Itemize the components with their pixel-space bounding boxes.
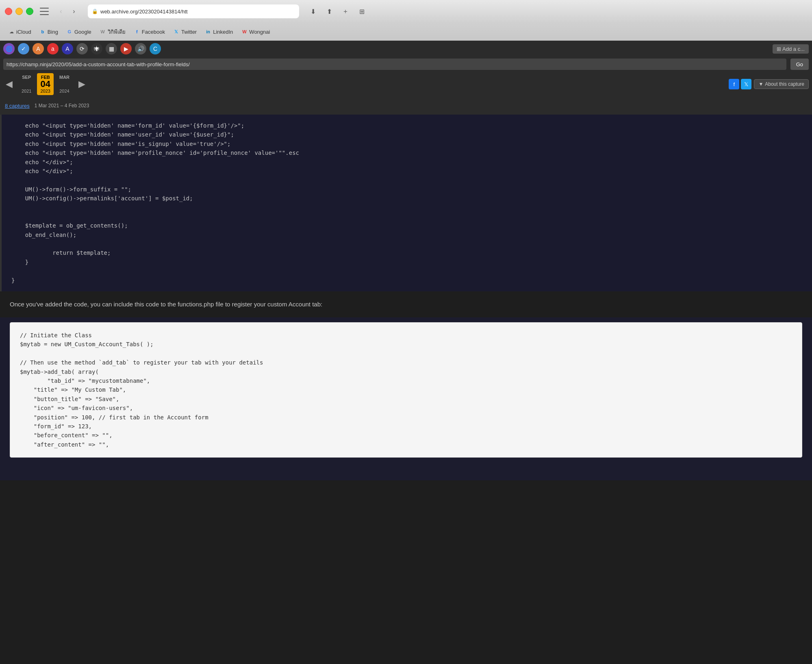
code-content-2: // Initiate the Class $mytab = new UM_Cu… [20,331,792,449]
prose-section: Once you've added the code, you can incl… [0,291,812,317]
tab-overview-icon[interactable]: ⊞ [356,6,367,17]
captures-date-range: 1 Mar 2021 – 4 Feb 2023 [35,103,89,108]
bookmark-icloud[interactable]: ☁ iCloud [5,27,35,37]
code-block-1: echo "<input type='hidden' name='form_id… [0,115,812,291]
wikipedia-icon: W [100,28,106,35]
calendar-next-button[interactable]: ▶ [76,79,88,89]
wayback-url-text: https://champ.ninja/2020/05/add-a-custom… [7,61,190,67]
ext-purple-icon[interactable]: 🌀 [3,43,15,54]
bookmark-wongnai[interactable]: W Wongnai [238,27,273,37]
ext-artstep-icon[interactable]: A [33,43,44,54]
share-icon[interactable]: ⬆ [323,6,335,17]
traffic-lights [5,8,33,15]
bookmark-google[interactable]: G Google [63,27,95,37]
ext-spider-icon[interactable]: 🕷 [91,43,102,54]
about-capture-chevron: ▼ [758,81,763,87]
prose-paragraph: Once you've added the code, you can incl… [10,299,802,309]
calendar-feb-2023[interactable]: FEB 04 2023 [37,73,53,95]
bookmark-twitter[interactable]: 𝕏 Twitter [170,27,200,37]
code-content-1: echo "<input type='hidden' name='form_id… [11,121,802,285]
bing-icon: b [39,28,46,35]
url-text: web.archive.org/20230204143814/htt [100,9,295,15]
bookmark-linkedin[interactable]: in LinkedIn [202,27,236,37]
icloud-icon: ☁ [8,28,15,35]
url-bar[interactable]: 🔒 web.archive.org/20230204143814/htt [88,4,299,18]
wayback-url-bar[interactable]: https://champ.ninja/2020/05/add-a-custom… [3,59,786,70]
code-block-2: // Initiate the Class $mytab = new UM_Cu… [10,322,802,458]
ext-bar-icon[interactable]: ▦ [106,43,117,54]
new-tab-icon[interactable]: ＋ [340,6,351,17]
extension-icons-bar: 🌀 ✓ A a A ⟳ 🕷 ▦ ▶ 🔊 C ⊞ Add a c... [0,41,812,57]
ext-yt-icon[interactable]: ▶ [120,43,132,54]
ext-red-icon[interactable]: a [47,43,59,54]
ext-dark-icon[interactable]: A [62,43,73,54]
toolbar-icons-right: ⬇ ⬆ ＋ ⊞ [307,6,367,17]
maximize-button[interactable] [26,8,33,15]
forward-button[interactable]: › [68,6,80,17]
captures-link[interactable]: 8 captures [5,103,30,109]
twitter-icon: 𝕏 [173,28,180,35]
bookmark-bing[interactable]: b Bing [36,27,61,37]
content-area: echo "<input type='hidden' name='form_id… [0,115,812,480]
bookmark-facebook[interactable]: f Facebook [130,27,168,37]
google-icon: G [66,28,73,35]
download-icon[interactable]: ⬇ [307,6,319,17]
ext-blue-icon[interactable]: ✓ [18,43,29,54]
share-facebook-icon[interactable]: f [729,79,739,89]
back-button[interactable]: ‹ [55,6,67,17]
title-bar: ‹ › 🔒 web.archive.org/20230204143814/htt… [0,0,812,23]
ext-c-icon[interactable]: C [150,43,161,54]
bookmark-wikipedia[interactable]: W วิกิพีเดีย [96,26,129,38]
calendar-prev-button[interactable]: ◀ [3,79,15,89]
minimize-button[interactable] [15,8,23,15]
share-twitter-icon[interactable]: 𝕏 [741,79,751,89]
ext-sound-icon[interactable]: 🔊 [135,43,146,54]
add-bookmark-button[interactable]: ⊞ Add a c... [773,44,809,54]
nav-arrows: ‹ › [55,6,80,17]
close-button[interactable] [5,8,12,15]
lock-icon: 🔒 [92,9,98,14]
go-button[interactable]: Go [790,59,809,70]
facebook-icon: f [134,28,140,35]
calendar-mar-2024[interactable]: MAR 2024 [56,73,73,95]
wongnai-icon: W [241,28,248,35]
calendar-sep-2021[interactable]: SEP 2021 [18,73,35,95]
ext-reload-icon[interactable]: ⟳ [76,43,88,54]
about-capture-button[interactable]: ▼ About this capture [754,79,809,89]
linkedin-icon: in [205,28,211,35]
bookmarks-bar: ☁ iCloud b Bing G Google W วิกิพีเดีย f … [0,23,812,41]
sidebar-toggle[interactable] [40,8,49,15]
captures-bar: 8 captures 1 Mar 2021 – 4 Feb 2023 [0,97,812,115]
